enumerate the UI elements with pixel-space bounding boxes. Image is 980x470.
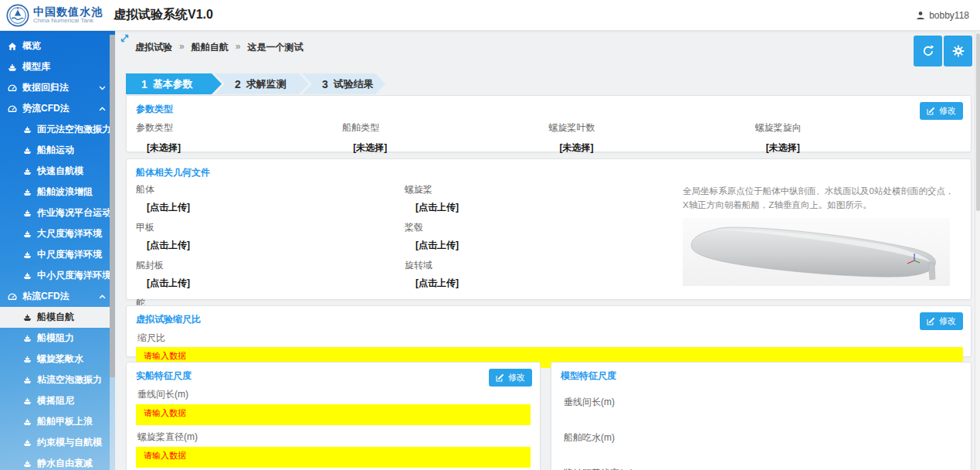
step-number: 1 — [141, 78, 148, 90]
brand-logo-icon — [6, 4, 29, 27]
step-label: 基本参数 — [153, 77, 193, 91]
step-label: 求解监测 — [246, 77, 287, 91]
sidebar-nav: 概览 模型库 数据回归法 势流CFD法 面元法空泡激振力 船舶运动 快速自航模 … — [0, 31, 115, 470]
step-label: 试验结果 — [334, 77, 374, 91]
toolbar-actions — [914, 36, 972, 66]
brand-text: 中国数值水池 China Numerical Tank — [33, 6, 103, 24]
sidebar-subitem[interactable]: 横摇阻尼 — [0, 390, 115, 411]
tab-solver-monitor[interactable]: 2 求解监测 — [215, 73, 309, 94]
edit-scale-ratio-button[interactable]: 修改 — [920, 312, 963, 330]
field-label: 船舶类型 — [342, 121, 548, 135]
home-icon — [8, 42, 17, 51]
sidebar-subitem[interactable]: 快速自航模 — [0, 161, 115, 182]
breadcrumb-item[interactable]: 船舶自航 — [192, 41, 229, 54]
ship-icon — [23, 438, 32, 447]
sidebar-item-viscous-cfd[interactable]: 粘流CFD法 — [0, 286, 115, 307]
sidebar-item-label: 概览 — [22, 39, 41, 53]
sidebar-item-data-regression[interactable]: 数据回归法 — [0, 77, 115, 98]
main-content: 虚拟试验 » 船舶自航 » 这是一个测试 1 基本参数 2 求解监测 3 试验结… — [115, 31, 980, 470]
upload-link[interactable]: [点击上传] — [147, 277, 405, 290]
length-between-perpendiculars-input[interactable]: 请输入数据 — [136, 404, 531, 425]
sidebar-subitem[interactable]: 中小尺度海洋环境 — [0, 265, 115, 286]
sidebar-subitem-current[interactable]: 船模自航 — [0, 307, 115, 328]
gear-icon — [952, 45, 965, 57]
section-title: 模型特征尺度 — [551, 363, 971, 383]
sidebar-subitem-label: 面元法空泡激振力 — [37, 123, 111, 136]
sidebar-subitem-label: 螺旋桨敞水 — [37, 352, 83, 366]
sidebar-subitem[interactable]: 静水自由衰减 — [0, 453, 115, 470]
sidebar-subitem[interactable]: 面元法空泡激振力 — [0, 119, 115, 140]
param-field: 船舶类型 [未选择] — [342, 121, 548, 155]
dimension-field: 桨轴距基线高(m) — [561, 454, 961, 470]
sidebar-subitem-label: 中小尺度海洋环境 — [37, 269, 111, 282]
sidebar-subitem[interactable]: 船舶甲板上浪 — [0, 411, 115, 432]
sidebar-subitem-label: 船舶运动 — [37, 144, 74, 157]
sidebar-item-label: 数据回归法 — [22, 81, 69, 94]
sidebar-subitem-label: 大尺度海洋环境 — [37, 227, 102, 240]
field-label: 垂线间长(m) — [564, 396, 961, 409]
brand-name-cn: 中国数值水池 — [33, 6, 103, 18]
field-value: [未选择] — [766, 141, 961, 155]
settings-button[interactable] — [944, 36, 972, 66]
sidebar-item-model-library[interactable]: 模型库 — [0, 56, 115, 77]
upload-link[interactable]: [点击上传] — [415, 239, 683, 252]
sidebar-item-label: 模型库 — [22, 60, 50, 73]
sidebar-scrollbar[interactable] — [110, 35, 115, 470]
refresh-icon — [922, 45, 934, 57]
collapse-sidebar-icon[interactable] — [120, 33, 130, 43]
section-title: 虚拟试验缩尺比 — [127, 306, 971, 326]
sidebar-subitem[interactable]: 作业海况平台运动 — [0, 203, 115, 223]
sidebar-subitem[interactable]: 船舶波浪增阻 — [0, 182, 115, 203]
tab-test-results[interactable]: 3 试验结果 — [302, 73, 385, 94]
upload-link[interactable]: [点击上传] — [415, 201, 683, 214]
upload-link[interactable]: [点击上传] — [147, 239, 405, 252]
page-scrollbar-thumb[interactable] — [976, 33, 980, 211]
dimension-field: 垂线间长(m) 请输入数据 — [136, 388, 531, 425]
edit-ship-dimensions-button[interactable]: 修改 — [489, 369, 532, 387]
ship-icon — [23, 250, 32, 259]
field-label: 旋转域 — [405, 259, 683, 272]
sidebar-scrollbar-thumb[interactable] — [110, 35, 115, 377]
upload-link[interactable]: [点击上传] — [147, 201, 405, 214]
ship-hull-image — [683, 218, 950, 286]
ship-icon — [23, 209, 32, 217]
upload-field: 旋转域 [点击上传] — [405, 259, 683, 290]
tab-basic-params[interactable]: 1 基本参数 — [126, 73, 222, 94]
field-label: 参数类型 — [136, 121, 342, 135]
sidebar-subitem[interactable]: 船模阻力 — [0, 328, 115, 349]
sidebar-subitem-label: 横摇阻尼 — [37, 394, 74, 407]
sidebar-subitem[interactable]: 螺旋桨敞水 — [0, 349, 115, 370]
sidebar-subitem[interactable]: 大尺度海洋环境 — [0, 223, 115, 244]
sidebar-item-potential-cfd[interactable]: 势流CFD法 — [0, 98, 115, 119]
breadcrumb: 虚拟试验 » 船舶自航 » 这是一个测试 — [135, 41, 303, 54]
ship-icon — [23, 334, 32, 342]
sidebar-subitem-label: 船模阻力 — [37, 332, 74, 345]
user-menu[interactable]: bobby118 — [916, 10, 969, 21]
upload-link[interactable]: [点击上传] — [415, 277, 683, 290]
field-label: 缩尺比 — [137, 332, 971, 345]
page-title: 虚拟试验系统V1.0 — [114, 7, 213, 23]
ship-icon — [23, 459, 32, 468]
dimension-field: 垂线间长(m) — [561, 383, 961, 418]
edit-param-type-button[interactable]: 修改 — [920, 102, 963, 120]
sidebar-subitem-label: 粘流空泡激振力 — [37, 373, 102, 387]
ship-icon — [23, 230, 32, 238]
sidebar-subitem-label: 中尺度海洋环境 — [37, 248, 102, 261]
sidebar-subitem[interactable]: 船舶运动 — [0, 140, 115, 161]
sidebar-subitem[interactable]: 粘流空泡激振力 — [0, 370, 115, 390]
section-model-dimensions: 模型特征尺度 垂线间长(m) 船舶吃水(m) 桨轴距基线高(m) — [551, 362, 972, 470]
breadcrumb-item[interactable]: 虚拟试验 — [135, 41, 172, 54]
param-field: 参数类型 [未选择] — [136, 121, 342, 155]
refresh-button[interactable] — [914, 36, 942, 66]
field-label: 船体 — [136, 183, 405, 196]
ship-icon — [8, 63, 17, 72]
sidebar-subitem[interactable]: 约束模与自航模 — [0, 432, 115, 453]
sidebar-subitem[interactable]: 中尺度海洋环境 — [0, 244, 115, 265]
upload-field: 桨毂 [点击上传] — [405, 221, 683, 252]
propeller-diameter-input[interactable]: 请输入数据 — [136, 447, 531, 468]
breadcrumb-separator: » — [179, 41, 185, 54]
page-scrollbar[interactable] — [975, 31, 980, 470]
sidebar-item-overview[interactable]: 概览 — [0, 36, 115, 56]
section-scale-ratio: 虚拟试验缩尺比 修改 缩尺比 请输入数据 — [126, 305, 972, 357]
upload-field: 艉封板 [点击上传] — [136, 259, 405, 290]
